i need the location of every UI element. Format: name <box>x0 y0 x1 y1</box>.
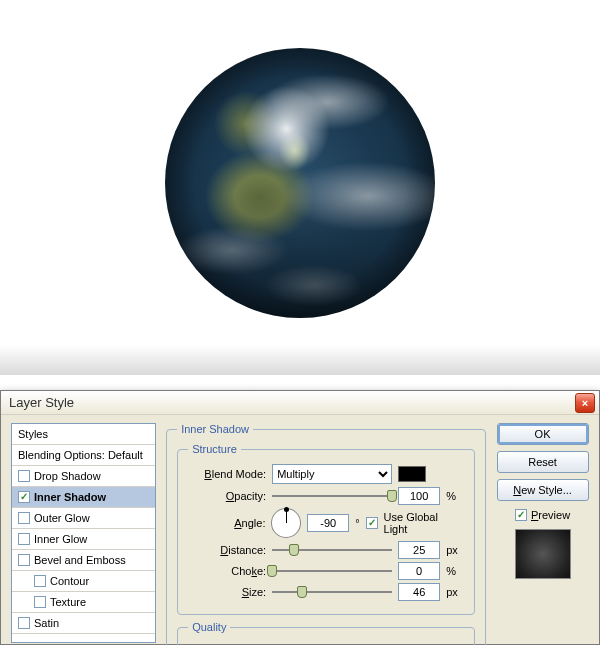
new-style-button[interactable]: New Style... <box>497 479 589 501</box>
opacity-label: Opacity: <box>188 490 266 502</box>
distance-field[interactable] <box>398 541 440 559</box>
style-item-satin[interactable]: Satin <box>12 613 155 634</box>
global-light-checkbox[interactable] <box>366 517 378 529</box>
style-item-label: Inner Glow <box>34 533 87 545</box>
angle-row: Angle: ° Use Global Light <box>188 508 464 538</box>
blend-mode-label: Blend Mode: <box>188 468 266 480</box>
blend-mode-row: Blend Mode: Multiply <box>188 464 464 484</box>
distance-row: Distance: px <box>188 541 464 559</box>
style-item-label: Satin <box>34 617 59 629</box>
distance-label: Distance: <box>188 544 266 556</box>
choke-slider[interactable] <box>272 565 392 577</box>
dialog-body: Styles Blending Options: Default Drop Sh… <box>1 415 599 644</box>
blend-mode-select[interactable]: Multiply <box>272 464 392 484</box>
quality-group: Quality <box>177 621 475 645</box>
style-item-bevel-and-emboss[interactable]: Bevel and Emboss <box>12 550 155 571</box>
color-swatch[interactable] <box>398 466 426 482</box>
canvas-shadow <box>0 345 600 375</box>
angle-dial[interactable] <box>271 508 301 538</box>
opacity-unit: % <box>446 490 464 502</box>
style-checkbox[interactable] <box>34 575 46 587</box>
structure-group: Structure Blend Mode: Multiply Opacity: <box>177 443 475 615</box>
style-checkbox[interactable] <box>34 596 46 608</box>
quality-legend: Quality <box>188 621 230 633</box>
angle-unit: ° <box>355 517 359 529</box>
inner-shadow-legend: Inner Shadow <box>177 423 253 435</box>
style-checkbox[interactable] <box>18 533 30 545</box>
angle-field[interactable] <box>307 514 349 532</box>
angle-label: Angle: <box>188 517 265 529</box>
style-item-label: Contour <box>50 575 89 587</box>
style-item-contour[interactable]: Contour <box>12 571 155 592</box>
preview-row[interactable]: Preview <box>515 509 570 521</box>
close-button[interactable]: × <box>575 393 595 413</box>
style-item-label: Texture <box>50 596 86 608</box>
style-checkbox[interactable] <box>18 512 30 524</box>
opacity-field[interactable] <box>398 487 440 505</box>
distance-slider[interactable] <box>272 544 392 556</box>
globe-image <box>165 48 435 318</box>
dialog-title: Layer Style <box>9 395 575 410</box>
choke-row: Choke: % <box>188 562 464 580</box>
style-item-outer-glow[interactable]: Outer Glow <box>12 508 155 529</box>
size-field[interactable] <box>398 583 440 601</box>
distance-unit: px <box>446 544 464 556</box>
opacity-row: Opacity: % <box>188 487 464 505</box>
reset-button[interactable]: Reset <box>497 451 589 473</box>
close-icon: × <box>582 397 588 409</box>
structure-legend: Structure <box>188 443 241 455</box>
choke-label: Choke: <box>188 565 266 577</box>
style-item-inner-glow[interactable]: Inner Glow <box>12 529 155 550</box>
style-checkbox[interactable] <box>18 470 30 482</box>
styles-list[interactable]: Styles Blending Options: Default Drop Sh… <box>11 423 156 643</box>
size-row: Size: px <box>188 583 464 601</box>
choke-unit: % <box>446 565 464 577</box>
style-checkbox[interactable] <box>18 617 30 629</box>
styles-header[interactable]: Styles <box>12 424 155 445</box>
style-item-drop-shadow[interactable]: Drop Shadow <box>12 466 155 487</box>
style-item-label: Outer Glow <box>34 512 90 524</box>
right-column: OK Reset New Style... Preview <box>496 423 589 636</box>
ok-button[interactable]: OK <box>497 423 589 445</box>
style-checkbox[interactable] <box>18 554 30 566</box>
size-slider[interactable] <box>272 586 392 598</box>
layer-style-dialog: Layer Style × Styles Blending Options: D… <box>0 390 600 645</box>
titlebar[interactable]: Layer Style × <box>1 391 599 415</box>
global-light-label[interactable]: Use Global Light <box>384 511 465 535</box>
inner-shadow-group: Inner Shadow Structure Blend Mode: Multi… <box>166 423 486 645</box>
choke-field[interactable] <box>398 562 440 580</box>
canvas-area <box>0 0 600 375</box>
size-unit: px <box>446 586 464 598</box>
blending-options-item[interactable]: Blending Options: Default <box>12 445 155 466</box>
settings-panel: Inner Shadow Structure Blend Mode: Multi… <box>166 423 486 636</box>
preview-swatch <box>515 529 571 579</box>
style-item-label: Inner Shadow <box>34 491 106 503</box>
size-label: Size: <box>188 586 266 598</box>
preview-label: Preview <box>531 509 570 521</box>
style-item-inner-shadow[interactable]: Inner Shadow <box>12 487 155 508</box>
opacity-slider[interactable] <box>272 490 392 502</box>
style-item-label: Drop Shadow <box>34 470 101 482</box>
style-item-label: Bevel and Emboss <box>34 554 126 566</box>
preview-checkbox[interactable] <box>515 509 527 521</box>
style-item-texture[interactable]: Texture <box>12 592 155 613</box>
style-checkbox[interactable] <box>18 491 30 503</box>
